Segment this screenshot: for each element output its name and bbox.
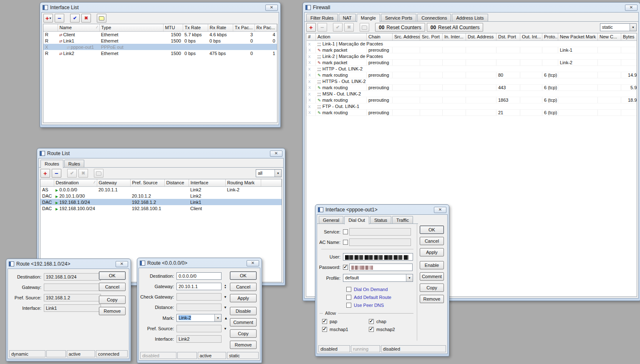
col-src-address[interactable]: Src. Address (393, 33, 420, 40)
col-rx-rate[interactable]: Rx Rate (208, 24, 233, 31)
chevron-down-icon[interactable]: ▼ (224, 295, 227, 299)
col-chain[interactable]: Chain (367, 33, 393, 40)
cancel-button[interactable]: Cancel (99, 283, 126, 291)
copy-button[interactable]: Copy (99, 296, 126, 304)
table-row-selected[interactable]: X ⇄pppoe-out1 PPPoE out (43, 44, 277, 50)
ok-button[interactable]: OK (230, 271, 257, 280)
password-input[interactable] (349, 264, 413, 271)
tab-general[interactable]: General (319, 216, 343, 224)
col-pref-source[interactable]: Pref. Source (130, 179, 164, 186)
col-tx-pac[interactable]: Tx Pac... (233, 24, 254, 31)
col-new-c[interactable]: New C... (598, 33, 621, 40)
remove-button[interactable]: Remove (230, 341, 257, 349)
col-name[interactable]: Name∕ (58, 24, 99, 31)
destination-input[interactable]: 0.0.0.0/0 (176, 272, 222, 280)
copy-button[interactable]: Copy (420, 284, 444, 292)
table-row[interactable]: R ⇄Link2 Ethernet 1500 0 bps 475 bps 0 1 (43, 50, 277, 56)
remove-button[interactable]: − (52, 169, 61, 178)
rule-row[interactable]: X ✎mark routing prerouting 21 6 (tcp) 0 … (307, 109, 637, 115)
titlebar[interactable]: Interface List ✕ (41, 4, 279, 12)
tab-address-lists[interactable]: Address Lists (452, 14, 488, 22)
titlebar[interactable]: Interface <pppoe-out1> ✕ (317, 206, 448, 214)
rule-row[interactable]: X ✎mark packet prerouting Link-1 0 B (307, 47, 637, 53)
close-button[interactable]: ✕ (265, 5, 278, 11)
route-filter-dropdown[interactable]: all ▼ (256, 169, 282, 177)
chevron-up-icon[interactable]: ▲ (224, 316, 228, 320)
disable-button[interactable]: Disable (230, 307, 257, 315)
tab-routes[interactable]: Routes (40, 160, 63, 168)
col-interface[interactable]: Interface (189, 179, 225, 186)
rule-row[interactable]: X ✎mark packet prerouting Link-2 0 B (307, 59, 637, 65)
col-dst-port[interactable]: Dst. Port (496, 33, 520, 40)
col-new-packet-mark[interactable]: New Packet Mark (558, 33, 598, 40)
enable-button[interactable]: Enable (420, 261, 444, 269)
table-row[interactable]: R ⇄Link1 Ethernet 1500 0 bps 0 bps 0 0 (43, 38, 277, 44)
apply-button[interactable]: Apply (420, 248, 444, 256)
tab-dial-out[interactable]: Dial Out (344, 216, 369, 224)
comment-button[interactable]: Comment (230, 318, 257, 326)
enable-button[interactable]: ✔ (70, 14, 80, 23)
add-default-route-checkbox[interactable] (346, 295, 351, 300)
disable-button[interactable]: ✖ (81, 14, 91, 23)
comment-row[interactable]: X;;; FTP - Out. LINK-1 (307, 103, 637, 109)
chap-checkbox[interactable] (369, 319, 374, 324)
pap-checkbox[interactable] (322, 319, 327, 324)
titlebar[interactable]: Route List ✕ (38, 150, 284, 158)
ac-name-checkbox[interactable] (343, 240, 348, 245)
col-protocol[interactable]: Proto... (542, 33, 558, 40)
col-rx-pac[interactable]: Rx Pac... (254, 24, 277, 31)
col-out-interface[interactable]: Out. Int... (520, 33, 542, 40)
chevron-down-icon[interactable]: ▼ (224, 327, 227, 331)
reset-counters-button[interactable]: 00Reset Counters (375, 23, 425, 32)
mark-dropdown[interactable]: Link-2▼ (176, 314, 222, 322)
tab-rules[interactable]: Rules (64, 160, 84, 168)
reset-all-counters-button[interactable]: 00Reset All Counters (427, 23, 484, 32)
password-checkbox[interactable] (343, 265, 348, 270)
titlebar[interactable]: Firewall ✕ (304, 4, 639, 12)
add-button[interactable]: + (40, 169, 50, 178)
close-button[interactable]: ✕ (625, 5, 637, 11)
copy-button[interactable]: Copy (230, 329, 257, 338)
comment-row[interactable]: X;;; Link-1 | Marcação de Pacotes (307, 40, 637, 47)
close-button[interactable]: ✕ (434, 207, 446, 213)
col-tx-rate[interactable]: Tx Rate (183, 24, 208, 31)
tab-connections[interactable]: Connections (417, 14, 451, 22)
close-button[interactable]: ✕ (247, 260, 259, 266)
spinner-updown-icon[interactable]: ▲▼ (224, 284, 227, 289)
col-src-port[interactable]: Src. Port (420, 33, 443, 40)
col-distance[interactable]: Distance (164, 179, 189, 186)
table-row[interactable]: AS ▶0.0.0.0/0 20.10.1.1 Link2 Link-2 (40, 186, 282, 193)
table-row[interactable]: DAC ▶20.10.1.0/30 20.10.1.2 Link2 (40, 193, 282, 199)
col-routing-mark[interactable]: Routing Mark (225, 179, 261, 186)
close-button[interactable]: ✕ (116, 261, 128, 267)
gateway-input[interactable]: 20.10.1.1 (176, 283, 222, 290)
col-mtu[interactable]: MTU (163, 24, 183, 31)
ok-button[interactable]: OK (420, 226, 444, 234)
col-dst-address[interactable]: Dst. Address (466, 33, 496, 40)
add-button[interactable]: +▾ (43, 14, 53, 23)
chevron-down-icon[interactable]: ▼ (224, 306, 227, 309)
remove-button[interactable]: Remove (420, 295, 444, 303)
tab-status[interactable]: Status (370, 216, 391, 224)
table-row[interactable]: DAC ▶192.168.100.0/24 192.168.100.1 Clie… (40, 205, 282, 211)
dial-on-demand-checkbox[interactable] (346, 287, 351, 292)
comment-row[interactable]: X;;; HTTP - Out. LINK-2 (307, 65, 637, 72)
rule-filter-dropdown[interactable]: static ▼ (600, 23, 637, 31)
service-checkbox[interactable] (343, 229, 348, 234)
table-row[interactable]: R ⇄Client Ethernet 1500 5.7 kbps 4.6 kbp… (43, 31, 277, 38)
remove-button[interactable]: − (55, 14, 64, 23)
comment-row[interactable]: X;;; HTTPS - Out. LINK-2 (307, 78, 637, 84)
col-number[interactable]: # (307, 33, 316, 40)
close-button[interactable]: ✕ (270, 151, 282, 157)
tab-filter-rules[interactable]: Filter Rules (306, 14, 338, 22)
rule-row[interactable]: X ✎mark routing prerouting 443 6 (tcp) 5… (307, 84, 637, 90)
tab-traffic[interactable]: Traffic (392, 216, 413, 224)
col-gateway[interactable]: Gateway (97, 179, 130, 186)
comment-row[interactable]: X;;; Link-2 | Marcação de Pacotes (307, 53, 637, 59)
col-destination[interactable]: Destination∕ (54, 179, 97, 186)
comment-button[interactable]: Comment (420, 272, 444, 281)
apply-button[interactable]: Apply (230, 294, 257, 302)
rule-row[interactable]: X ✎mark routing prerouting 1863 6 (tcp) … (307, 97, 637, 103)
cancel-button[interactable]: Cancel (420, 237, 444, 245)
rule-row[interactable]: X ✎mark routing prerouting 80 6 (tcp) 14… (307, 72, 637, 78)
